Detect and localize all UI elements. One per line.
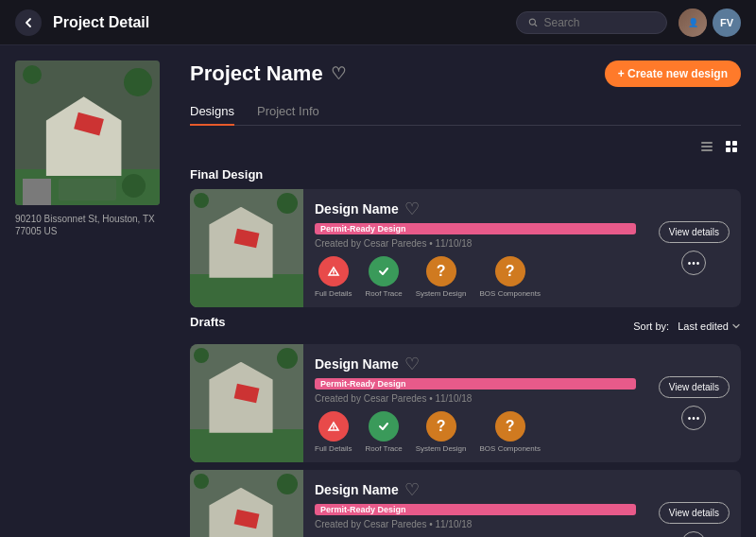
tab-project-info[interactable]: Project Info — [257, 98, 319, 126]
status-bos-components: ? — [495, 256, 525, 286]
draft-more-button-2[interactable]: ••• — [681, 531, 706, 537]
card-thumbnail — [190, 189, 303, 307]
grid-view-button[interactable] — [722, 137, 741, 160]
system-design-label: System Design — [416, 289, 467, 298]
draft-view-details-1[interactable]: View details — [659, 376, 730, 398]
draft-name-row-1: Design Name ♡ — [315, 354, 636, 374]
card-favorite-icon[interactable]: ♡ — [404, 199, 420, 219]
more-icon: ••• — [688, 258, 701, 268]
mini-aerial-map — [190, 189, 303, 307]
draft-roof-trace-label-1: Roof Trace — [366, 444, 403, 453]
search-input[interactable] — [544, 16, 655, 29]
aerial-map — [15, 61, 160, 205]
card-icons-row: Full Details Roof Trace ? S — [315, 256, 636, 298]
full-details-label: Full Details — [315, 289, 352, 298]
draft-actions-1: View details ••• — [647, 344, 741, 462]
svg-rect-5 — [732, 141, 737, 146]
drafts-section: Drafts Sort by: Last edited — [190, 315, 741, 537]
sort-value: Last edited — [678, 320, 729, 332]
icon-full-details: Full Details — [315, 256, 352, 298]
svg-rect-1 — [701, 142, 713, 144]
tab-designs[interactable]: Designs — [190, 98, 234, 126]
draft-badge-2: Permit-Ready Design — [315, 504, 636, 515]
draft-status-bos-1: ? — [495, 411, 525, 442]
sort-by-text: Sort by: — [633, 320, 669, 332]
draft-name-1: Design Name — [315, 356, 399, 372]
card-meta: Created by Cesar Paredes • 11/10/18 — [315, 238, 636, 249]
svg-rect-2 — [701, 146, 713, 147]
favorite-icon[interactable]: ♡ — [331, 63, 346, 84]
draft-thumbnail-2 — [190, 470, 303, 537]
sort-control[interactable]: Sort by: Last edited — [633, 320, 741, 332]
search-icon — [528, 17, 539, 28]
draft-badge-1: Permit-Ready Design — [315, 378, 636, 390]
icon-roof-trace: Roof Trace — [366, 256, 403, 298]
permit-badge: Permit-Ready Design — [315, 223, 636, 234]
card-name: Design Name — [315, 201, 399, 217]
header: Project Detail 👤 FV — [0, 0, 756, 45]
draft-icon-roof-trace-1: Roof Trace — [366, 411, 403, 453]
project-name: Project Name ♡ — [190, 61, 346, 86]
project-address: 90210 Bissonnet St, Houston, TX 77005 US — [15, 213, 160, 237]
icon-system-design: ? System Design — [416, 256, 467, 298]
draft-name-row-2: Design Name ♡ — [315, 479, 636, 500]
status-roof-trace — [369, 256, 399, 286]
tabs: Designs Project Info — [190, 98, 741, 126]
draft-meta-1: Created by Cesar Paredes • 11/10/18 — [315, 393, 636, 404]
draft-card-2: Design Name ♡ Permit-Ready Design Create… — [190, 470, 741, 537]
more-options-button[interactable]: ••• — [681, 251, 706, 275]
design-card-final: Design Name ♡ Permit-Ready Design Create… — [190, 189, 741, 307]
draft-status-system-design-1: ? — [426, 411, 456, 442]
draft-actions-2: View details ••• — [647, 470, 741, 537]
svg-rect-6 — [726, 147, 730, 152]
draft-view-details-2[interactable]: View details — [659, 502, 730, 524]
draft-full-details-label-1: Full Details — [315, 444, 352, 453]
more-icon: ••• — [688, 413, 701, 424]
avatar-area: 👤 FV — [679, 9, 741, 37]
drafts-label: Drafts — [190, 315, 226, 329]
draft-icon-full-details-1: Full Details — [315, 411, 352, 453]
grid-icon — [724, 139, 739, 154]
svg-rect-4 — [726, 141, 730, 146]
back-button[interactable] — [15, 9, 42, 36]
drafts-header: Drafts Sort by: Last edited — [190, 315, 741, 337]
draft-content-1: Design Name ♡ Permit-Ready Design Create… — [303, 344, 647, 462]
draft-system-design-label-1: System Design — [416, 444, 467, 453]
chevron-down-icon — [731, 321, 741, 331]
project-name-row: Project Name ♡ + Create new design — [190, 61, 741, 87]
draft-icon-system-design-1: ? System Design — [416, 411, 467, 453]
create-design-button[interactable]: + Create new design — [605, 61, 741, 87]
draft-name-2: Design Name — [315, 482, 399, 497]
avatar-photo: 👤 — [679, 9, 707, 37]
svg-rect-3 — [701, 149, 713, 151]
list-view-button[interactable] — [697, 137, 716, 160]
status-system-design: ? — [426, 256, 456, 286]
draft-thumbnail-1 — [190, 344, 303, 462]
draft-status-roof-trace-1 — [369, 411, 399, 442]
draft-status-full-details-1 — [318, 411, 349, 442]
project-thumbnail — [15, 61, 160, 205]
card-name-row: Design Name ♡ — [315, 199, 636, 219]
view-details-button[interactable]: View details — [659, 221, 730, 243]
page-title: Project Detail — [53, 14, 505, 31]
view-toggle — [190, 137, 741, 160]
bos-components-label: BOS Components — [480, 289, 541, 298]
draft-icons-row-1: Full Details Roof Trace ? S — [315, 411, 636, 453]
draft-bos-label-1: BOS Components — [480, 444, 541, 453]
roof-trace-label: Roof Trace — [366, 289, 403, 298]
final-design-label: Final Design — [190, 167, 741, 182]
svg-point-9 — [333, 428, 334, 429]
svg-rect-7 — [732, 147, 737, 152]
draft-meta-2: Created by Cesar Paredes • 11/10/18 — [315, 519, 636, 529]
list-icon — [699, 139, 714, 154]
draft-icon-bos-1: ? BOS Components — [480, 411, 541, 453]
final-design-section: Final Design Design Name ♡ — [190, 167, 741, 307]
avatar-initials: FV — [713, 9, 741, 37]
draft-favorite-icon-1[interactable]: ♡ — [404, 354, 420, 374]
draft-more-button-1[interactable]: ••• — [681, 406, 706, 430]
mini-aerial-map — [190, 344, 303, 462]
card-actions: View details ••• — [647, 189, 741, 307]
draft-content-2: Design Name ♡ Permit-Ready Design Create… — [303, 470, 647, 537]
left-panel: 90210 Bissonnet St, Houston, TX 77005 US — [0, 45, 175, 537]
draft-favorite-icon-2[interactable]: ♡ — [404, 479, 420, 500]
